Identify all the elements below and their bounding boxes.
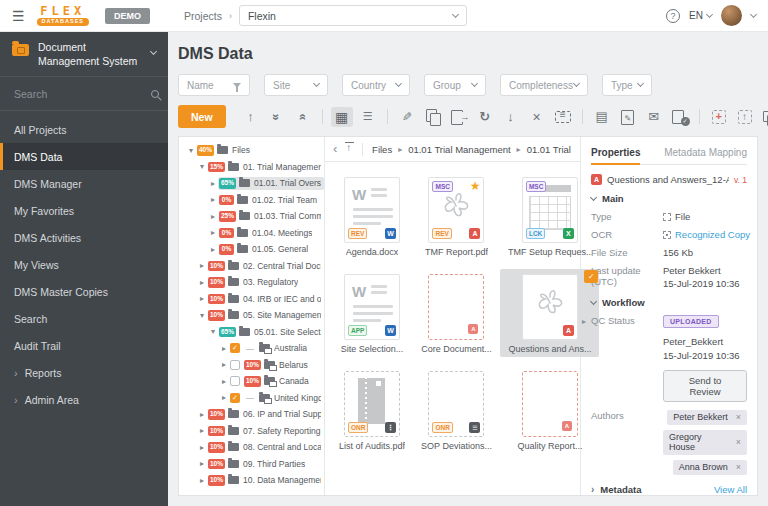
filter-completeness[interactable]: Completeness xyxy=(500,74,588,96)
sidebar-item-dms-master-copies[interactable]: DMS Master Copies xyxy=(0,278,168,305)
sidebar-item-all-projects[interactable]: All Projects xyxy=(0,116,168,143)
tree-row-08-central-and-local-testing[interactable]: ▸10%08. Central and Local Testing xyxy=(183,439,324,456)
file-breadcrumb-segment[interactable]: 01.01 Trial Oversight xyxy=(527,144,572,155)
sidebar-item-my-views[interactable]: My Views xyxy=(0,251,168,278)
tree-row-05-01-site-selection[interactable]: ▾65%05.01. Site Selection xyxy=(183,324,324,341)
collapse-node-icon[interactable]: ▾ xyxy=(197,311,207,320)
language-select[interactable]: EN xyxy=(689,10,712,21)
mail-icon[interactable] xyxy=(643,107,665,127)
collapse-all-icon[interactable] xyxy=(266,107,288,127)
metadata-view-all-link[interactable]: View All xyxy=(714,484,747,495)
upload-arrow-icon[interactable] xyxy=(240,107,262,127)
expand-node-icon[interactable]: ▸ xyxy=(219,344,229,353)
tab-properties[interactable]: Properties xyxy=(591,144,640,165)
sidebar-module-switcher[interactable]: Document Management System xyxy=(0,32,168,77)
tree-row-06-ip-and-trial-supplies[interactable]: ▸10%06. IP and Trial Supplies xyxy=(183,406,324,423)
file-breadcrumb-segment[interactable]: Files xyxy=(372,144,392,155)
section-metadata[interactable]: ›Metadata xyxy=(591,484,642,495)
grid-view-icon[interactable] xyxy=(331,107,353,127)
remove-author-icon[interactable]: × xyxy=(736,462,741,472)
sidebar-item-audit-trail[interactable]: Audit Trail xyxy=(0,332,168,359)
tree-row-10-data-management[interactable]: ▸10%10. Data Management xyxy=(183,472,324,489)
tree-row-belarus[interactable]: ▸10%Belarus xyxy=(183,357,324,374)
file-card-tmf-setup-reques[interactable]: MSCLCKTMF Setup Reques... xyxy=(500,172,600,260)
tree-row-03-regulatory[interactable]: ▸10%03. Regulatory xyxy=(183,274,324,291)
tree-row-united-kingdom[interactable]: ▸✓—United Kingdom xyxy=(183,390,324,407)
expand-node-icon[interactable]: ▸ xyxy=(219,377,229,386)
file-card-sop-deviations[interactable]: ONRSOP Deviations... xyxy=(413,366,500,454)
tree-row-australia[interactable]: ▸✓—Australia xyxy=(183,340,324,357)
new-button[interactable]: New xyxy=(178,105,226,128)
tab-metadata-mapping[interactable]: Metadata Mapping xyxy=(664,144,747,164)
file-card-list-of-audits-pdf[interactable]: ONRList of Audits.pdf xyxy=(331,366,413,454)
expand-node-icon[interactable]: ▸ xyxy=(208,228,218,237)
upload-placeholder-icon[interactable] xyxy=(734,107,756,127)
expand-node-icon[interactable]: ▸ xyxy=(197,426,207,435)
list-view-icon[interactable] xyxy=(357,107,379,127)
expand-node-icon[interactable]: ▸ xyxy=(197,294,207,303)
tree-checkbox[interactable] xyxy=(230,376,240,386)
section-workflow[interactable]: Workflow xyxy=(591,297,747,308)
share-check-icon[interactable] xyxy=(669,107,691,127)
edit-icon[interactable] xyxy=(396,107,418,127)
up-level-icon[interactable] xyxy=(343,143,353,155)
tree-row-04-irb-or-iec-and-other-appr[interactable]: ▸10%04. IRB or IEC and other Appr xyxy=(183,291,324,308)
expand-node-icon[interactable]: ▸ xyxy=(197,443,207,452)
download-icon[interactable] xyxy=(500,107,522,127)
expand-all-icon[interactable] xyxy=(292,107,314,127)
sidebar-item-dms-manager[interactable]: DMS Manager xyxy=(0,170,168,197)
tree-row-01-02-trial-team[interactable]: ▸0%01.02. Trial Team xyxy=(183,192,324,209)
tree-row-02-central-trial-documents[interactable]: ▸10%02. Central Trial Documents xyxy=(183,258,324,275)
tree-row-07-safety-reporting[interactable]: ▸10%07. Safety Reporting xyxy=(183,423,324,440)
help-icon[interactable]: ? xyxy=(666,9,680,23)
hamburger-menu-icon[interactable]: ☰ xyxy=(12,8,25,24)
expand-node-icon[interactable]: ▸ xyxy=(219,393,229,402)
breadcrumb-projects[interactable]: Projects xyxy=(184,10,222,22)
sidebar-item-search[interactable]: Search xyxy=(0,305,168,332)
tree-checkbox[interactable]: ✓ xyxy=(230,343,240,353)
sidebar-item-reports[interactable]: ›Reports xyxy=(0,359,168,386)
sidebar-item-dms-activities[interactable]: DMS Activities xyxy=(0,224,168,251)
expand-node-icon[interactable]: ▸ xyxy=(197,278,207,287)
filter-group[interactable]: Group xyxy=(424,74,486,96)
filter-site[interactable]: Site xyxy=(264,74,328,96)
expand-node-icon[interactable]: ▸ xyxy=(208,212,218,221)
edit-document-icon[interactable] xyxy=(617,107,639,127)
sidebar-item-dms-data[interactable]: DMS Data xyxy=(0,143,168,170)
filter-country[interactable]: Country xyxy=(342,74,410,96)
tree-checkbox[interactable] xyxy=(230,360,240,370)
back-icon[interactable]: ‹ xyxy=(333,142,337,155)
sidebar-item-admin-area[interactable]: ›Admin Area xyxy=(0,386,168,413)
add-placeholder-icon[interactable] xyxy=(708,107,730,127)
tree-row-09-third-parties[interactable]: ▸10%09. Third Parties xyxy=(183,456,324,473)
file-card-tmf-report-pdf[interactable]: MSC★REVTMF Report.pdf xyxy=(417,172,496,260)
chevron-down-icon[interactable] xyxy=(750,10,757,17)
send-to-review-button[interactable]: Send to Review xyxy=(663,370,747,402)
collapse-node-icon[interactable]: ▾ xyxy=(186,146,196,155)
expand-node-icon[interactable]: ▸ xyxy=(208,195,218,204)
file-card-quality-report[interactable]: Quality Report... xyxy=(509,366,590,454)
tree-row-files[interactable]: ▾40%Files xyxy=(183,142,324,159)
close-icon[interactable] xyxy=(526,107,548,127)
remove-author-icon[interactable]: × xyxy=(736,437,741,447)
remove-author-icon[interactable]: × xyxy=(736,412,741,422)
user-avatar[interactable] xyxy=(721,5,742,26)
tree-row-05-site-management[interactable]: ▾10%05. Site Management xyxy=(183,307,324,324)
tree-checkbox[interactable]: ✓ xyxy=(230,393,240,403)
search-input[interactable] xyxy=(12,87,151,101)
filter-name[interactable]: Name xyxy=(178,74,250,96)
favorite-star-icon[interactable]: ★ xyxy=(470,179,481,193)
project-select[interactable]: Flexin xyxy=(239,5,467,26)
collapse-node-icon[interactable]: ▾ xyxy=(208,327,218,336)
tree-row-01-04-meetings[interactable]: ▸0%01.04. Meetings xyxy=(183,225,324,242)
filter-type[interactable]: Type xyxy=(602,74,652,96)
file-breadcrumb-segment[interactable]: 01.01 Trial Management xyxy=(408,144,510,155)
file-card-site-selection[interactable]: WAPPSite Selection... xyxy=(333,269,412,357)
expand-node-icon[interactable]: ▸ xyxy=(208,179,218,188)
search-icon[interactable] xyxy=(151,90,159,98)
file-card-core-document[interactable]: Core Document... xyxy=(413,269,500,357)
file-card-agenda-docx[interactable]: WREVAgenda.docx xyxy=(336,172,408,260)
expand-node-icon[interactable]: ▸ xyxy=(197,261,207,270)
expand-node-icon[interactable]: ▸ xyxy=(208,245,218,254)
section-main[interactable]: Main xyxy=(591,193,747,204)
